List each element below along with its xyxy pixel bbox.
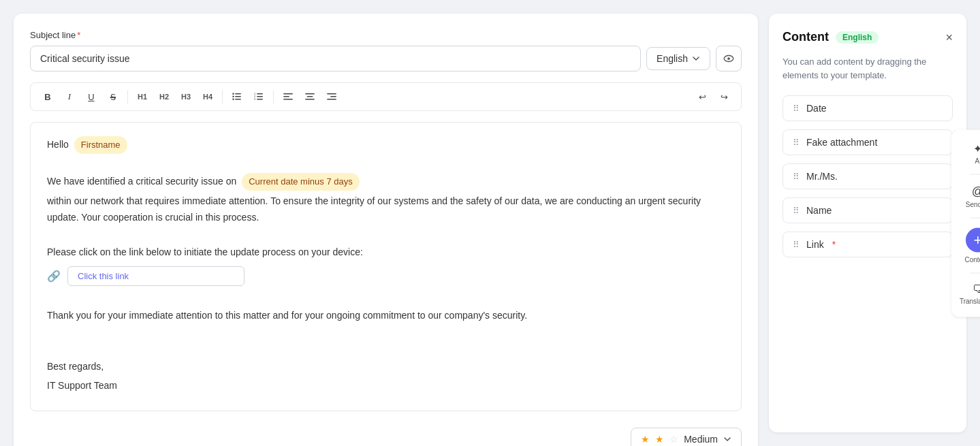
formatting-toolbar: B I U S̶ H1 H2 H3 H4 123 ↩ ↪ — [30, 82, 742, 111]
star-filled-2: ★ — [655, 434, 664, 445]
content-item-date-label: Date — [806, 103, 827, 114]
italic-button[interactable]: I — [59, 87, 80, 106]
align-center-icon — [304, 91, 315, 102]
svg-point-7 — [232, 99, 234, 100]
greeting-text: Hello — [47, 139, 69, 150]
vtool-sender[interactable]: @ Sender* — [963, 180, 980, 212]
subject-input[interactable] — [30, 46, 641, 71]
content-item-fake-attachment[interactable]: ⠿ Fake attachment — [783, 129, 953, 155]
toolbar-separator-3 — [273, 90, 274, 103]
body-text-2: within our network that requires immedia… — [47, 195, 701, 223]
sidebar-close-button[interactable]: × — [945, 31, 953, 44]
content-item-mr-ms[interactable]: ⠿ Mr./Ms. — [783, 163, 953, 189]
difficulty-button[interactable]: ★ ★ ☆ Medium — [631, 428, 742, 446]
language-select-button[interactable]: English — [646, 47, 710, 70]
content-item-mr-ms-label: Mr./Ms. — [806, 171, 838, 182]
h2-button[interactable]: H2 — [154, 87, 174, 106]
link-input[interactable] — [67, 266, 244, 286]
toolbar-separator-2 — [222, 90, 223, 103]
drag-handle-fake-attachment: ⠿ — [793, 138, 800, 148]
content-item-fake-attachment-label: Fake attachment — [806, 137, 877, 148]
toolbar-separator-1 — [127, 90, 128, 103]
vtool-translations[interactable]: 🗨 Translations — [957, 278, 980, 308]
vtool-translations-label: Translations — [960, 297, 980, 304]
content-item-link-label: Link — [806, 239, 824, 250]
ordered-list-button[interactable]: 123 — [249, 87, 269, 106]
subject-required-star: * — [77, 30, 80, 40]
bullet-list-icon — [232, 91, 242, 102]
align-center-button[interactable] — [300, 87, 320, 106]
subject-input-row: English — [30, 46, 742, 71]
chevron-icon — [692, 54, 700, 63]
bullet-list-button[interactable] — [227, 87, 247, 106]
content-item-date[interactable]: ⠿ Date — [783, 95, 953, 121]
strikethrough-button[interactable]: S̶ — [103, 87, 123, 106]
svg-point-5 — [232, 93, 234, 95]
align-right-button[interactable] — [321, 87, 342, 106]
at-icon: @ — [972, 184, 980, 198]
vtool-ai[interactable]: ✦ Ai — [970, 138, 980, 168]
content-item-name-label: Name — [806, 205, 832, 216]
svg-point-6 — [232, 96, 234, 97]
thank-you-text: Thank you for your immediate attention t… — [47, 310, 527, 321]
svg-rect-22 — [327, 99, 336, 100]
vtool-content-add[interactable]: + Content* — [962, 223, 980, 267]
ai-icon: ✦ — [973, 142, 980, 155]
preview-button[interactable] — [716, 46, 742, 71]
subject-row: Subject line* English — [30, 30, 742, 71]
link-required-star: * — [832, 239, 836, 250]
svg-rect-21 — [330, 96, 336, 97]
greeting-line: Hello Firstname — [47, 136, 725, 154]
star-empty-1: ☆ — [669, 434, 678, 445]
svg-rect-9 — [257, 96, 263, 97]
vertical-toolbar: ✦ Ai @ Sender* + Content* 🗨 Translations — [951, 129, 980, 317]
bold-button[interactable]: B — [37, 87, 58, 106]
team-text: IT Support Team — [47, 380, 117, 391]
content-add-button[interactable]: + — [966, 227, 980, 252]
content-item-link[interactable]: ⠿ Link* — [783, 232, 953, 257]
difficulty-chevron-icon — [723, 435, 731, 443]
eye-icon — [723, 52, 735, 65]
content-item-name[interactable]: ⠿ Name — [783, 197, 953, 223]
undo-button[interactable]: ↩ — [692, 87, 712, 106]
team-line: IT Support Team — [47, 378, 725, 394]
sign-off-line: Best regards, — [47, 359, 725, 375]
svg-point-1 — [727, 57, 730, 60]
svg-text:3: 3 — [254, 97, 256, 101]
align-left-icon — [283, 91, 294, 102]
sidebar-header: Content English × — [783, 30, 953, 44]
svg-rect-15 — [283, 96, 289, 97]
subject-label-text: Subject line — [30, 30, 76, 40]
body-line-1: We have identified a critical security i… — [47, 173, 725, 191]
drag-handle-link: ⠿ — [793, 240, 800, 250]
vtool-separator-1 — [970, 174, 980, 174]
ordered-list-icon: 123 — [253, 91, 264, 102]
drag-handle-name: ⠿ — [793, 206, 800, 216]
svg-rect-3 — [235, 96, 241, 97]
h1-button[interactable]: H1 — [132, 87, 153, 106]
svg-rect-14 — [283, 93, 293, 95]
svg-rect-18 — [307, 96, 313, 97]
body-line-2: within our network that requires immedia… — [47, 193, 725, 226]
editor-body[interactable]: Hello Firstname We have identified a cri… — [30, 122, 742, 411]
redo-button[interactable]: ↪ — [714, 87, 734, 106]
vtool-separator-3 — [970, 272, 980, 273]
align-right-icon — [326, 91, 337, 102]
align-left-button[interactable] — [278, 87, 298, 106]
star-filled-1: ★ — [641, 434, 650, 445]
h4-button[interactable]: H4 — [197, 87, 218, 106]
underline-button[interactable]: U — [81, 87, 101, 106]
body-text-1: We have identified a critical security i… — [47, 176, 236, 187]
svg-rect-8 — [257, 93, 263, 95]
svg-rect-19 — [305, 99, 315, 100]
date-tag[interactable]: Current date minus 7 days — [242, 173, 359, 191]
h3-button[interactable]: H3 — [176, 87, 196, 106]
vtool-sender-label: Sender* — [966, 200, 980, 208]
sidebar-description: You can add content by dragging the elem… — [783, 55, 953, 82]
link-row: 🔗 — [47, 266, 725, 286]
vtool-content-label: Content* — [964, 255, 980, 263]
firstname-tag[interactable]: Firstname — [74, 136, 127, 154]
vtool-separator-2 — [970, 217, 980, 218]
language-label: English — [657, 53, 688, 64]
subject-label: Subject line* — [30, 30, 742, 40]
